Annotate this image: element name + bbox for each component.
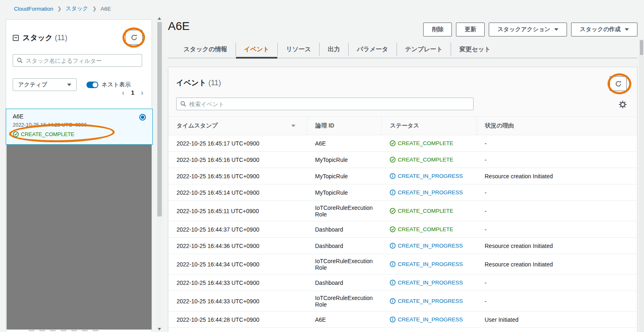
column-header-logical-id[interactable]: 論理 ID [307, 117, 381, 135]
event-row: 2022-10-25 16:44:33 UTC+0900DashboardCRE… [168, 275, 637, 291]
breadcrumb-cloudformation[interactable]: CloudFormation [14, 6, 53, 12]
check-circle-icon [390, 157, 396, 163]
action-button-label: 更新 [465, 26, 476, 33]
breadcrumb-current: A6E [100, 6, 111, 12]
scroll-up-arrow-icon[interactable] [158, 17, 161, 20]
collapse-panel-icon[interactable] [13, 35, 19, 41]
event-timestamp: 2022-10-25 16:45:16 UTC+0900 [168, 173, 307, 180]
event-status-label: CREATE_COMPLETE [398, 140, 454, 146]
nested-view-control: ネスト表示 [86, 81, 131, 89]
event-logical-id: MyTopicRule [307, 189, 381, 196]
sidebar-refresh-button[interactable] [125, 30, 143, 45]
event-status-reason: - [476, 189, 637, 196]
stack-status-badge: CREATE_COMPLETE [13, 131, 75, 137]
page-title: A6E [168, 20, 190, 33]
sidebar-scrollbar[interactable] [156, 16, 163, 332]
event-timestamp: 2022-10-25 16:44:28 UTC+0900 [168, 316, 307, 323]
info-circle-icon [390, 173, 396, 179]
info-circle-icon [390, 189, 396, 196]
chevron-right-icon: ❯ [57, 6, 61, 11]
stack-list-item-a6e[interactable]: A6E 2022-10-25 16:44:28 UTC+0900 CREATE_… [6, 109, 153, 145]
action-button-0[interactable]: 削除 [423, 23, 452, 36]
redacted-stack-list-area [7, 145, 152, 330]
chevron-right-icon: ❯ [92, 6, 96, 11]
tab-5[interactable]: テンプレート [397, 41, 451, 58]
nested-view-toggle[interactable] [86, 82, 98, 88]
event-status: CREATE_IN_PROGRESS [381, 189, 476, 196]
info-circle-icon [390, 298, 396, 304]
event-logical-id: Dashboard [307, 226, 381, 233]
action-button-label: 削除 [432, 26, 443, 33]
tab-3[interactable]: 出力 [320, 41, 348, 58]
event-logical-id: Dashboard [307, 243, 381, 249]
scroll-down-arrow-icon[interactable] [158, 328, 161, 330]
tabs-divider-line [168, 58, 637, 58]
column-header-status[interactable]: ステータス [381, 117, 476, 135]
window-scrollbar[interactable] [639, 39, 644, 332]
chevron-down-icon [625, 28, 629, 31]
stack-status-filter-value: アクティブ [18, 81, 48, 89]
event-timestamp: 2022-10-25 16:45:16 UTC+0900 [168, 157, 307, 163]
event-status: CREATE_IN_PROGRESS [381, 261, 476, 267]
action-button-3[interactable]: スタックの作成 [571, 23, 637, 36]
events-panel: イベント (11) タイムスタンプ 論理 [168, 67, 637, 332]
tab-2[interactable]: リソース [278, 41, 319, 58]
event-timestamp: 2022-10-25 16:44:34 UTC+0900 [168, 261, 307, 268]
event-status-reason: - [476, 140, 637, 147]
events-table-body: 2022-10-25 16:45:17 UTC+0900A6ECREATE_CO… [168, 135, 637, 328]
scrollbar-thumb[interactable] [157, 22, 162, 216]
event-status-reason: User Initiated [476, 316, 637, 323]
event-logical-id: Dashboard [307, 280, 381, 286]
event-status-label: CREATE_COMPLETE [398, 208, 454, 214]
event-status-label: CREATE_IN_PROGRESS [398, 173, 463, 179]
event-logical-id: MyTopicRule [307, 173, 381, 180]
stack-selected-radio[interactable] [139, 114, 146, 121]
tab-1[interactable]: イベント [236, 41, 277, 58]
event-timestamp: 2022-10-25 16:44:37 UTC+0900 [168, 226, 307, 233]
info-circle-icon [390, 316, 396, 323]
column-header-timestamp[interactable]: タイムスタンプ [168, 117, 307, 135]
event-status-label: CREATE_IN_PROGRESS [398, 316, 463, 323]
event-status-reason: - [476, 226, 637, 233]
event-status-label: CREATE_COMPLETE [398, 157, 454, 163]
events-preferences-button[interactable] [618, 100, 627, 109]
event-status: CREATE_COMPLETE [381, 157, 476, 163]
breadcrumb-stacks[interactable]: スタック [66, 5, 88, 12]
check-circle-icon [390, 226, 396, 232]
action-button-1[interactable]: 更新 [456, 23, 485, 36]
current-page-number: 1 [131, 89, 134, 96]
event-status-reason: - [476, 280, 637, 286]
event-logical-id: IoTCoreRuleExecutionRole [307, 295, 381, 308]
event-status-reason: Resource creation Initiated [476, 261, 637, 268]
action-button-2[interactable]: スタックアクション [489, 23, 567, 36]
event-status-label: CREATE_IN_PROGRESS [398, 189, 463, 196]
events-count: (11) [209, 79, 221, 87]
window-scrollbar-thumb[interactable] [640, 40, 643, 55]
event-timestamp: 2022-10-25 16:44:33 UTC+0900 [168, 280, 307, 286]
prev-page-button[interactable]: ‹ [122, 89, 125, 96]
tab-4[interactable]: パラメータ [349, 41, 396, 58]
tab-0[interactable]: スタックの情報 [175, 41, 236, 58]
event-status: CREATE_IN_PROGRESS [381, 280, 476, 286]
event-status-reason: - [476, 208, 637, 214]
stack-filter-input[interactable] [26, 57, 138, 64]
stack-status-filter-select[interactable]: アクティブ [13, 78, 77, 91]
event-logical-id: MyTopicRule [307, 157, 381, 163]
event-logical-id: IoTCoreRuleExecutionRole [307, 205, 381, 218]
event-status: CREATE_IN_PROGRESS [381, 298, 476, 304]
action-button-label: スタックアクション [497, 26, 550, 33]
event-timestamp: 2022-10-25 16:44:33 UTC+0900 [168, 298, 307, 305]
event-row: 2022-10-25 16:45:16 UTC+0900MyTopicRuleC… [168, 168, 637, 184]
event-logical-id: A6E [307, 316, 381, 323]
events-refresh-button[interactable] [610, 76, 627, 91]
column-header-status-reason[interactable]: 状況の理由 [476, 117, 637, 135]
check-circle-icon [390, 140, 396, 146]
events-title: イベント (11) [176, 78, 221, 88]
info-circle-icon [390, 261, 396, 267]
event-status: CREATE_IN_PROGRESS [381, 243, 476, 249]
next-page-button[interactable]: › [141, 89, 143, 96]
events-search-input[interactable] [189, 101, 469, 107]
tab-6[interactable]: 変更セット [451, 41, 499, 58]
stack-filter-box [13, 54, 142, 67]
stack-action-bar: 削除更新スタックアクションスタックの作成 [423, 23, 637, 36]
